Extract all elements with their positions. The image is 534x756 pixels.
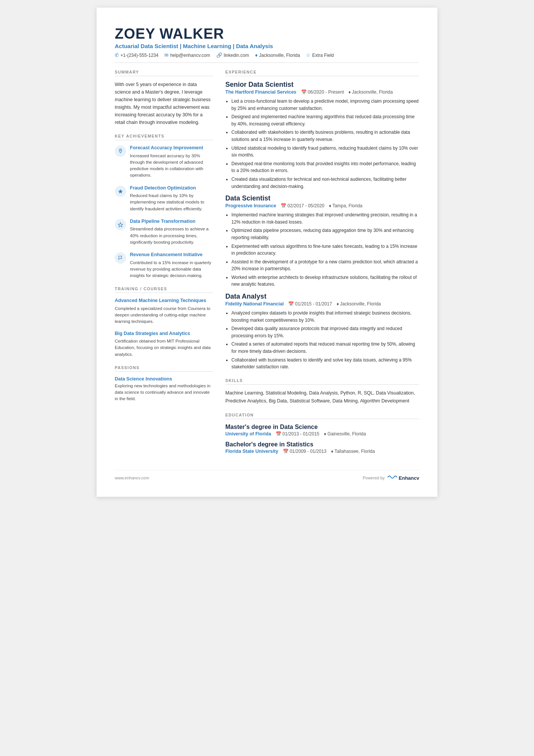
exp-dates-1: 📅 06/2020 - Present [301,89,344,95]
achievement-icon-star-outline [115,219,126,230]
achievement-desc: Increased forecast accuracy by 30% throu… [130,153,213,179]
achievement-item: Data Pipeline Transformation Streamlined… [115,218,213,246]
bullet: Collaborated with business leaders to id… [231,357,419,371]
achievement-item: Fraud Detection Optimization Reduced fra… [115,185,213,212]
course-desc: Completed a specialized course from Cour… [115,305,213,325]
header-contact: ✆ +1-(234)-555-1234 ✉ help@enhancv.com 🔗… [115,52,419,63]
bullet: Designed and implemented machine learnin… [231,113,419,127]
skills-heading: SKILLS [225,378,419,385]
exp-bullets-1: Led a cross-functional team to develop a… [225,98,419,190]
edu-entry-1: Master's degree in Data Science Universi… [225,424,419,437]
exp-job-3: Data Analyst Fidelity National Financial… [225,293,419,371]
linkedin-icon: 🔗 [216,52,222,58]
achievement-content: Data Pipeline Transformation Streamlined… [130,218,213,246]
achievement-item: Forecast Accuracy Improvement Increased … [115,145,213,179]
achievement-icon-flag [115,252,126,264]
achievement-desc: Streamlined data processes to achieve a … [130,226,213,246]
edu-school-2: Florida State University [225,449,278,454]
bullet: Assisted in the development of a prototy… [231,258,419,272]
bullet: Implemented machine learning strategies … [231,211,419,225]
svg-point-0 [120,150,121,151]
exp-bullets-2: Implemented machine learning strategies … [225,211,419,288]
svg-marker-2 [118,222,123,227]
exp-job-1: Senior Data Scientist The Hartford Finan… [225,81,419,190]
calendar-icon: 📅 [281,203,286,208]
bullet: Developed real-time monitoring tools tha… [231,160,419,174]
achievement-content: Revenue Enhancement Initiative Contribut… [130,252,213,279]
achievement-title: Forecast Accuracy Improvement [130,145,213,152]
job-title-1: Senior Data Scientist [225,81,419,89]
exp-company-3: Fidelity National Financial [225,301,284,307]
bullet: Created data visualizations for technica… [231,176,419,190]
achievement-content: Forecast Accuracy Improvement Increased … [130,145,213,179]
education-heading: EDUCATION [225,413,419,419]
bullet: Created a series of automated reports th… [231,341,419,355]
enhancv-brand: Enhancv [399,475,419,481]
job-title-2: Data Scientist [225,194,419,202]
pin-icon: ♦ [337,301,339,307]
location-icon: ♦ [255,52,258,58]
exp-dates-3: 📅 01/2015 - 01/2017 [288,301,332,307]
exp-bullets-3: Analyzed complex datasets to provide ins… [225,310,419,371]
left-column: SUMMARY With over 5 years of experience … [115,70,213,459]
edu-school-1: University of Florida [225,431,271,437]
edu-degree-1: Master's degree in Data Science [225,424,419,430]
candidate-name: ZOEY WALKER [115,26,419,42]
skills-text: Machine Learning, Statistical Modeling, … [225,389,419,405]
course-title: Advanced Machine Learning Techniques [115,297,213,304]
bullet: Developed data quality assurance protoco… [231,325,419,339]
contact-location: ♦ Jacksonville, Florida [255,52,300,58]
bullet: Collaborated with stakeholders to identi… [231,129,419,143]
exp-meta-3: Fidelity National Financial 📅 01/2015 - … [225,301,419,307]
edu-location-1: ♦ Gainesville, Florida [324,431,366,437]
achievement-icon-star [115,186,126,197]
exp-company-1: The Hartford Financial Services [225,89,297,95]
achievement-desc: Reduced fraud claims by 10% by implement… [130,193,213,212]
contact-linkedin: 🔗 linkedin.com [216,52,249,58]
achievement-content: Fraud Detection Optimization Reduced fra… [130,185,213,212]
passion-desc: Exploring new technologies and methodolo… [115,383,213,402]
passion-title: Data Science Innovations [115,376,213,382]
achievement-desc: Contributed to a 15% increase in quarter… [130,260,213,279]
pin-icon: ♦ [329,203,331,208]
summary-heading: SUMMARY [115,70,213,76]
exp-meta-2: Progressive Insurance 📅 02/2017 - 05/202… [225,203,419,208]
pin-icon: ♦ [348,89,351,95]
contact-phone: ✆ +1-(234)-555-1234 [115,52,158,58]
achievement-title: Fraud Detection Optimization [130,185,213,192]
calendar-icon: 📅 [288,301,294,307]
contact-extra: ☆ Extra Field [306,52,334,58]
contact-email: ✉ help@enhancv.com [164,52,210,58]
exp-company-2: Progressive Insurance [225,203,276,208]
pin-icon: ♦ [331,449,333,454]
edu-location-2: ♦ Tallahassee, Florida [331,449,375,454]
bullet: Led a cross-functional team to develop a… [231,98,419,112]
right-column: EXPERIENCE Senior Data Scientist The Har… [225,70,419,459]
course-desc: Certification obtained from MIT Professi… [115,338,213,358]
bullet: Experimented with various algorithms to … [231,243,419,257]
bullet: Optimized data pipeline processes, reduc… [231,227,419,241]
achievement-title: Data Pipeline Transformation [130,218,213,225]
edu-meta-2: Florida State University 📅 01/2009 - 01/… [225,449,419,454]
edu-dates-1: 📅 01/2013 - 01/2015 [276,431,319,437]
bullet: Worked with enterprise architects to dev… [231,274,419,288]
exp-meta-1: The Hartford Financial Services 📅 06/202… [225,89,419,95]
edu-entry-2: Bachelor's degree in Statistics Florida … [225,441,419,454]
body-columns: SUMMARY With over 5 years of experience … [115,70,419,459]
experience-heading: EXPERIENCE [225,70,419,76]
edu-degree-2: Bachelor's degree in Statistics [225,441,419,448]
edu-meta-1: University of Florida 📅 01/2013 - 01/201… [225,431,419,437]
svg-marker-1 [118,189,123,193]
summary-text: With over 5 years of experience in data … [115,81,213,126]
exp-location-3: ♦ Jacksonville, Florida [337,301,381,307]
pin-icon: ♦ [324,431,326,437]
course-title: Big Data Strategies and Analytics [115,330,213,337]
email-icon: ✉ [164,52,169,58]
footer-url: www.enhancv.com [115,476,149,480]
achievements-heading: KEY ACHIEVEMENTS [115,134,213,140]
calendar-icon: 📅 [283,449,289,454]
bullet: Utilized statistical modeling to identif… [231,145,419,159]
passions-heading: PASSIONS [115,365,213,372]
footer-powered: Powered by Enhancv [363,474,419,482]
bullet: Analyzed complex datasets to provide ins… [231,310,419,324]
